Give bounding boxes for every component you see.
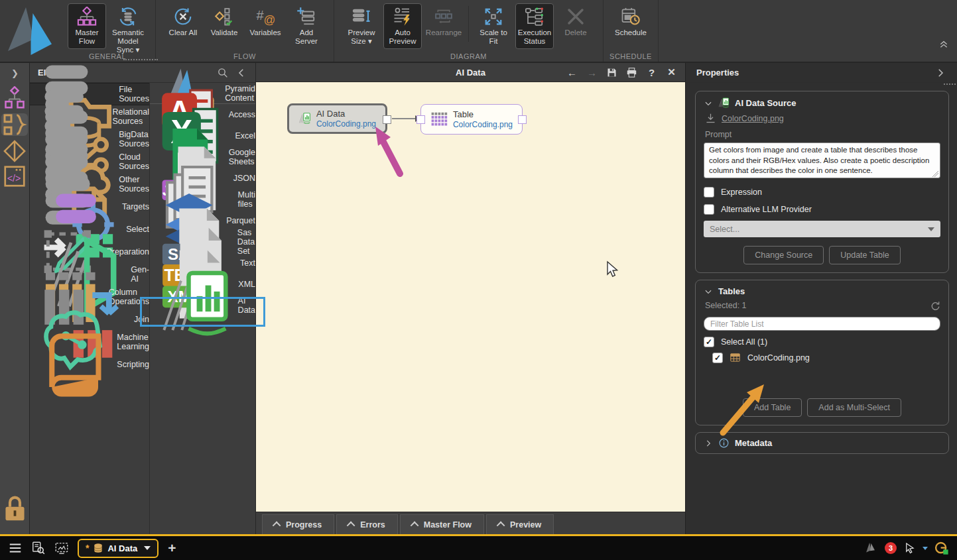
close-icon[interactable]: ✕ [666,67,677,78]
chevron-right-icon[interactable] [704,439,713,448]
rearrange-icon [434,7,454,27]
status-icon[interactable] [934,541,949,555]
properties-panel: Properties AI Data Source ColorCoding.pn… [685,63,957,534]
element-label: JSON [233,174,255,183]
node-title: AI Data [316,109,376,119]
source-file-link[interactable]: ColorCoding.png [722,114,784,123]
select-all-row[interactable]: ✓ Select All (1) [704,337,940,347]
chevron-down-icon[interactable] [704,287,713,296]
menu-icon[interactable] [8,541,23,555]
category-label: Other Sources [119,175,149,194]
select-all-checkbox[interactable]: ✓ [704,337,714,347]
node-subtitle: ColorCoding.png [316,119,376,129]
rail-model[interactable] [3,141,27,161]
category-label: BigData Sources [119,130,149,148]
rail-scripting[interactable]: </> [3,166,27,186]
clear-all-button[interactable]: Clear All [164,3,202,40]
document-tab-ai-data[interactable]: * AI Data [78,539,159,558]
collapse-ribbon-icon[interactable] [937,38,950,49]
execution-status-button[interactable]: Execution Status [515,3,554,49]
new-tab-button[interactable]: + [168,540,176,556]
output-port[interactable] [518,115,527,124]
collapse-panel-icon[interactable] [235,67,247,79]
print-icon[interactable] [626,67,637,78]
validate-button[interactable]: Validate [205,3,243,40]
auto-preview-button[interactable]: Auto Preview [383,3,422,49]
table-node-icon [430,111,448,128]
canvas-body[interactable]: AI Data ColorCoding.png Table ColorCodin… [256,82,685,512]
metadata-section[interactable]: Metadata [695,432,949,454]
node-table[interactable]: Table ColorCoding.png [420,104,523,135]
canvas-board-icon[interactable] [54,541,69,555]
help-icon[interactable]: ? [646,67,657,78]
rail-master-flow[interactable] [3,88,27,108]
app-logo[interactable] [0,0,60,62]
table-row[interactable]: ✓ ColorCoding.png [704,352,940,363]
element-ai-data[interactable]: AI Data [150,295,255,316]
master-flow-button[interactable]: Master Flow [68,3,106,49]
update-table-button[interactable]: Update Table [829,246,900,264]
change-source-button[interactable]: Change Source [743,246,824,264]
metadata-section-title: Metadata [735,438,772,448]
cat-scripting-icon [39,329,110,400]
input-port[interactable] [416,115,425,124]
content-search-icon[interactable] [31,541,46,555]
add-multi-select-button[interactable]: Add as Multi-Select [807,398,901,417]
prompt-textarea[interactable]: Get colors from image and create a table… [704,142,940,178]
element-label: Google Sheets [229,148,255,166]
alt-llm-checkbox-row[interactable]: Alternative LLM Provider [704,204,940,215]
category-label: Gen-AI [131,265,149,284]
chevron-down-icon[interactable] [144,546,151,550]
expression-checkbox[interactable] [704,187,714,197]
node-ai-data[interactable]: AI Data ColorCoding.png [287,103,387,134]
rearrange-button[interactable]: Rearrange [424,3,463,40]
dock-tab-errors[interactable]: Errors [336,514,398,534]
delete-button[interactable]: Delete [556,3,595,40]
lock-icon[interactable] [0,494,30,524]
node-subtitle: ColorCoding.png [453,120,513,129]
refresh-icon[interactable] [930,300,940,311]
element-label: Access [229,110,255,119]
category-scripting[interactable]: Scripting [30,353,149,376]
expression-checkbox-row[interactable]: Expression [704,187,940,197]
dock-tab-preview[interactable]: Preview [486,514,554,534]
scale-to-fit-button[interactable]: Scale to Fit [474,3,513,49]
forward-icon[interactable]: → [586,67,598,78]
pyramid-small-icon [863,541,878,555]
button-label: Delete [564,28,586,37]
chevron-down-icon[interactable] [923,547,928,550]
back-icon[interactable]: ← [566,67,578,78]
variables-button[interactable]: #@ Variables [246,3,285,40]
preview-size-button[interactable]: Preview Size ▾ [342,3,381,49]
button-label: Scale to Fit [476,28,511,46]
element-categories: File Sources Relational Sources BigData … [30,83,149,534]
rail-expand-icon[interactable]: ❯ [0,63,30,83]
semantic-model-sync-button[interactable]: Semantic Model Sync ▾ [109,3,147,58]
schedule-button[interactable]: Schedule [611,3,650,40]
properties-grip[interactable] [944,84,957,85]
category-label: Select [126,225,149,234]
element-label: Excel [235,131,255,140]
output-port[interactable] [383,115,391,124]
collapse-properties-icon[interactable] [934,67,946,79]
button-label: Schedule [615,28,647,37]
save-icon[interactable] [606,67,617,78]
download-icon[interactable] [705,113,716,124]
chevron-down-icon[interactable] [704,99,713,108]
filter-table-input[interactable] [704,317,940,331]
add-server-button[interactable]: Add Server [287,3,326,49]
variables-icon: #@ [255,7,275,27]
dock-tab-master-flow[interactable]: Master Flow [400,514,484,534]
delete-icon [566,7,586,27]
alt-llm-checkbox[interactable] [704,204,714,215]
tables-section: Tables Selected: 1 ✓ Select All (1) ✓ Co… [695,280,949,425]
table-checkbox[interactable]: ✓ [712,353,723,363]
rail-data-flow[interactable] [1,113,28,136]
notification-badge[interactable]: 3 [885,542,897,554]
add-table-button[interactable]: Add Table [743,398,802,417]
pointer-icon[interactable] [903,542,916,555]
ribbon-grip[interactable] [123,59,158,60]
dock-tab-progress[interactable]: Progress [262,514,334,534]
chevron-down-icon [928,227,934,231]
llm-provider-select[interactable]: Select... [704,221,940,237]
